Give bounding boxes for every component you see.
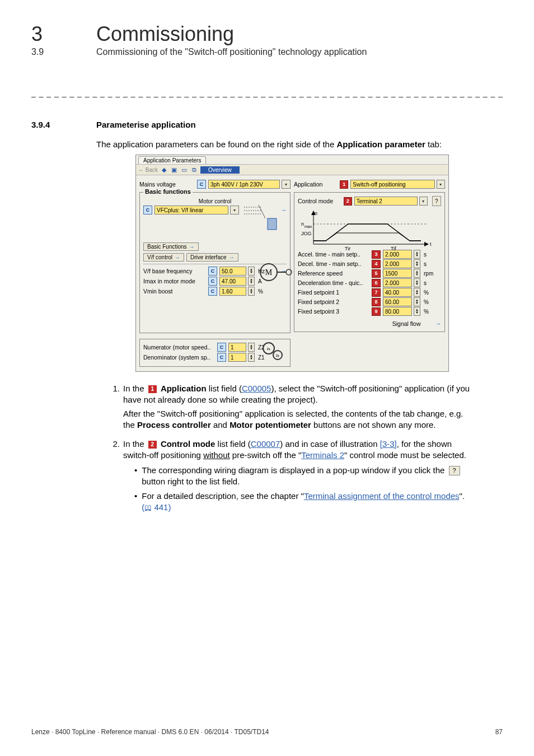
window-tab[interactable]: Application Parameters [138, 156, 206, 164]
nav-icon[interactable]: ◆ [160, 166, 168, 174]
spinner-icon[interactable]: ▲▼ [248, 353, 255, 362]
numerator-label: Numerator (motor speed.. [143, 344, 215, 351]
spinner-icon[interactable]: ▲▼ [248, 277, 255, 286]
spinner-icon[interactable]: ▲▼ [248, 343, 255, 352]
param-input[interactable]: 2.000 [383, 278, 412, 287]
denominator-input[interactable]: 1 [228, 353, 246, 362]
application-dropdown[interactable]: Switch-off positioning [350, 180, 434, 189]
c-chip-icon[interactable]: C [197, 180, 206, 189]
section-title: Commissioning of the "Switch-off positio… [96, 47, 367, 57]
param-label: Fixed setpoint 2 [298, 298, 369, 305]
back-button[interactable]: ← Back [138, 167, 158, 173]
spinner-icon[interactable]: ▲▼ [414, 278, 420, 287]
unit-label: % [424, 290, 435, 296]
svg-text:n: n [315, 211, 317, 216]
subsection-number: 3.9.4 [31, 120, 78, 129]
link-c00007[interactable]: C00007 [251, 439, 280, 449]
c-chip-icon[interactable]: C [208, 267, 217, 276]
step-number: 2. [110, 438, 120, 514]
step-2-text: In the 2 Control mode list field (C00007… [123, 438, 471, 514]
signal-flow-button[interactable]: Signal flow [392, 320, 421, 327]
link-illustration-3-3[interactable]: [3-3] [380, 439, 397, 449]
chevron-down-icon[interactable]: ▾ [419, 197, 428, 206]
imax-label: Imax in motor mode [143, 278, 206, 284]
c-chip-icon[interactable]: C [208, 287, 217, 296]
mains-voltage-label: Mains voltage [139, 181, 176, 188]
param-input[interactable]: 40.00 [383, 288, 412, 297]
c-chip-icon[interactable]: C [217, 353, 226, 362]
page-number: 87 [495, 728, 503, 736]
svg-marker-16 [424, 242, 429, 246]
unit-label: % [424, 299, 435, 305]
marker-1-icon: 1 [340, 180, 348, 189]
c-chip-icon[interactable]: C [143, 206, 152, 214]
spinner-icon[interactable]: ▲▼ [248, 267, 255, 276]
svg-text:max: max [305, 225, 312, 228]
drive-interface-button[interactable]: Drive interface → [186, 253, 238, 262]
link-terminal-assignment[interactable]: Terminal assignment of the control modes [304, 491, 460, 501]
unit-label: s [424, 280, 435, 286]
param-row: Fixed setpoint 1740.00▲▼% [298, 288, 441, 297]
marker-2-icon: 2 [344, 197, 352, 206]
motor-control-dropdown[interactable]: VFCplus: V/f linear [154, 206, 228, 214]
bullet-icon: • [134, 491, 137, 514]
overview-button[interactable]: Overview [200, 166, 240, 174]
link-c00005[interactable]: C00005 [242, 384, 271, 393]
denominator-label: Denominator (system sp.. [143, 354, 215, 361]
control-mode-label: Control mode [298, 198, 341, 204]
mains-voltage-dropdown[interactable]: 3ph 400V / 1ph 230V [208, 180, 280, 189]
help-button-inline: ? [449, 466, 460, 475]
param-row: Reference speed51500▲▼rpm [298, 269, 441, 278]
imax-input[interactable]: 47.00 [219, 277, 246, 286]
vf-base-freq-input[interactable]: 50.0 [219, 267, 246, 276]
speed-profile-graph: n n max JOG Tir Tif t [298, 207, 441, 246]
param-row: Decel. time - main setp..42.000▲▼s [298, 259, 441, 268]
intro-text: The application parameters can be found … [96, 139, 503, 149]
help-button[interactable]: ? [432, 196, 442, 206]
chevron-down-icon[interactable]: ▾ [282, 180, 291, 189]
numerator-input[interactable]: 1 [228, 343, 246, 352]
marker-7-icon: 7 [372, 288, 381, 297]
unit-label: rpm [424, 270, 435, 277]
spinner-icon[interactable]: ▲▼ [414, 259, 420, 268]
param-row: Fixed setpoint 2860.00▲▼% [298, 297, 441, 306]
spinner-icon[interactable]: ▲▼ [414, 307, 420, 316]
nav-icon[interactable]: ▭ [180, 166, 188, 174]
basic-functions-title: Basic functions [143, 188, 193, 195]
param-input[interactable]: 1500 [383, 269, 412, 278]
param-label: Decel. time - main setp.. [298, 260, 369, 267]
chevron-down-icon[interactable]: ▾ [437, 180, 445, 189]
param-row: Deceleration time - quic..62.000▲▼s [298, 278, 441, 287]
marker-2-icon: 2 [148, 441, 157, 449]
vmin-input[interactable]: 1.60 [219, 287, 246, 296]
param-input[interactable]: 80.00 [383, 307, 412, 316]
svg-text:n: n [301, 221, 304, 227]
page-ref[interactable]: 441) [152, 502, 171, 512]
spinner-icon[interactable]: ▲▼ [414, 288, 420, 297]
spinner-icon[interactable]: ▲▼ [414, 269, 420, 278]
c-chip-icon[interactable]: C [208, 277, 217, 286]
control-mode-dropdown[interactable]: Terminal 2 [354, 197, 418, 206]
svg-text:t: t [430, 241, 432, 247]
vf-base-freq-label: V/f base frequency [143, 268, 206, 274]
chevron-down-icon[interactable]: ▾ [230, 206, 239, 214]
spinner-icon[interactable]: ▲▼ [414, 297, 420, 306]
arrow-right-icon[interactable]: → [435, 320, 442, 327]
link-terminals-2[interactable]: Terminals 2 [301, 450, 344, 460]
book-icon: 🕮 [144, 503, 152, 512]
basic-functions-button[interactable]: Basic Functions → [143, 242, 199, 251]
spinner-icon[interactable]: ▲▼ [248, 287, 255, 296]
motor-symbol-icon: M [256, 260, 296, 286]
param-label: Deceleration time - quic.. [298, 279, 369, 286]
param-input[interactable]: 60.00 [383, 297, 412, 306]
motor-sketch-icon [242, 202, 287, 233]
footer-text: Lenze · 8400 TopLine · Reference manual … [31, 728, 269, 736]
nav-icon[interactable]: ⧉ [190, 166, 198, 174]
param-input[interactable]: 2.000 [383, 259, 412, 268]
c-chip-icon[interactable]: C [217, 343, 226, 352]
bullet-icon: • [134, 465, 137, 488]
gear-icon: z₁ z₂ [260, 340, 288, 363]
nav-icon[interactable]: ▣ [170, 166, 178, 174]
svg-text:z₁: z₁ [267, 347, 271, 351]
vf-control-button[interactable]: V/f control → [143, 253, 184, 262]
